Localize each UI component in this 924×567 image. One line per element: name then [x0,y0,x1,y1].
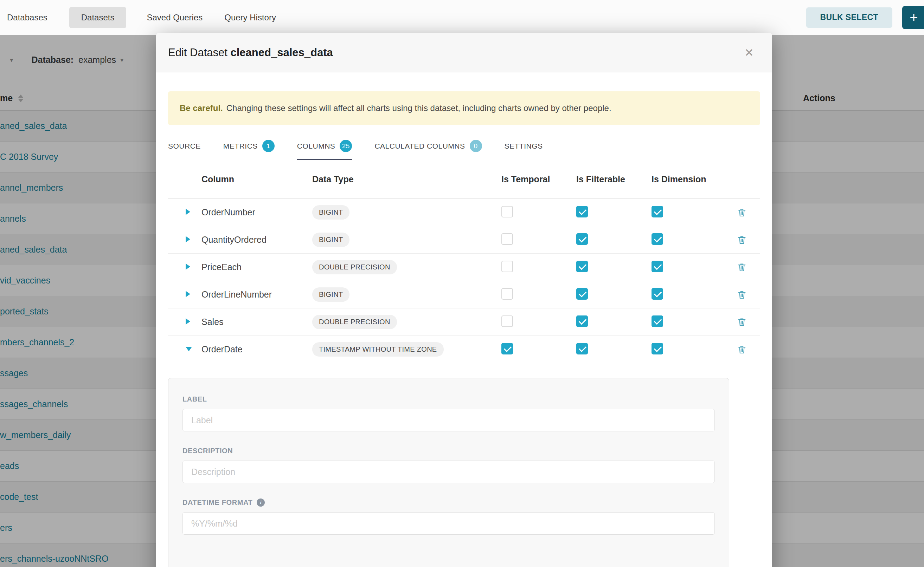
datetime-format-field-label: DATETIME FORMAT [182,498,253,507]
expand-caret-icon[interactable] [186,291,190,297]
column-name: OrderLineNumber [202,290,312,300]
is-temporal-checkbox[interactable] [501,288,513,300]
column-row: QuantityOrdered BIGINT [168,226,760,254]
column-detail-panel: LABEL DESCRIPTION DATETIME FORMATi [168,378,729,567]
column-name: Sales [202,317,312,327]
is-temporal-checkbox[interactable] [501,206,513,218]
column-header: Column [202,174,312,184]
add-dataset-button[interactable]: + [902,6,924,29]
tab-source[interactable]: SOURCE [168,140,201,160]
is-filterable-header: Is Filterable [576,174,652,184]
is-temporal-checkbox[interactable] [501,343,513,354]
is-filterable-checkbox[interactable] [576,261,588,272]
data-type-pill: DOUBLE PRECISION [312,315,397,329]
tab-label: SETTINGS [504,142,543,150]
tab-label: METRICS [223,142,258,150]
is-temporal-checkbox[interactable] [501,233,513,245]
data-type-pill: BIGINT [312,232,349,247]
close-icon[interactable]: ✕ [744,47,754,58]
is-temporal-header: Is Temporal [501,174,576,184]
data-type-pill: TIMESTAMP WITHOUT TIME ZONE [312,342,444,357]
expand-caret-icon[interactable] [186,208,190,215]
is-filterable-checkbox[interactable] [576,206,588,218]
delete-column-button[interactable] [737,207,760,218]
column-name: PriceEach [202,262,312,272]
bulk-select-button[interactable]: BULK SELECT [806,8,892,28]
modal-title-dataset-name: cleaned_sales_data [231,46,333,58]
is-dimension-checkbox[interactable] [652,206,663,218]
is-dimension-checkbox[interactable] [652,261,663,272]
columns-table: Column Data Type Is Temporal Is Filterab… [168,160,760,567]
datetime-format-field-group: DATETIME FORMATi [182,498,715,535]
data-type-pill: BIGINT [312,287,349,302]
modal-title: Edit Dataset cleaned_sales_data [168,46,333,59]
delete-column-button[interactable] [737,290,760,300]
data-type-pill: BIGINT [312,205,349,220]
description-field-label: DESCRIPTION [182,447,715,455]
nav-item-saved-queries[interactable]: Saved Queries [147,7,203,28]
is-temporal-checkbox[interactable] [501,315,513,327]
columns-count-badge: 25 [340,140,352,152]
nav-item-databases[interactable]: Databases [7,7,47,28]
nav-actions: BULK SELECT + [806,6,924,29]
expand-caret-icon[interactable] [186,318,190,325]
trash-icon [737,207,747,218]
metrics-count-badge: 1 [262,140,275,152]
nav-item-query-history[interactable]: Query History [224,7,276,28]
modal-header: Edit Dataset cleaned_sales_data ✕ [156,33,772,72]
expand-caret-icon[interactable] [186,236,190,242]
tab-label: SOURCE [168,142,201,150]
delete-column-button[interactable] [737,317,760,327]
nav-menu: Databases Datasets Saved Queries Query H… [7,7,298,28]
warning-banner-text: Changing these settings will affect all … [226,103,611,113]
warning-banner-bold: Be careful. [180,103,223,113]
label-input[interactable] [182,409,715,431]
tab-settings[interactable]: SETTINGS [504,140,543,160]
is-dimension-checkbox[interactable] [652,343,663,354]
modal-title-prefix: Edit Dataset [168,46,227,58]
column-row: Sales DOUBLE PRECISION [168,309,760,336]
is-dimension-checkbox[interactable] [652,288,663,300]
label-field-label: LABEL [182,395,715,403]
nav-item-datasets[interactable]: Datasets [69,7,126,28]
label-field-group: LABEL [182,395,715,431]
data-type-pill: DOUBLE PRECISION [312,260,397,274]
warning-banner: Be careful. Changing these settings will… [168,92,760,125]
tab-metrics[interactable]: METRICS1 [223,140,275,160]
tab-calculated-columns[interactable]: CALCULATED COLUMNS0 [375,140,482,160]
datetime-format-input[interactable] [182,512,715,535]
is-temporal-checkbox[interactable] [501,261,513,272]
trash-icon [737,235,747,245]
column-row: OrderDate TIMESTAMP WITHOUT TIME ZONE [168,336,760,363]
calculated-columns-count-badge: 0 [470,140,482,152]
delete-column-button[interactable] [737,235,760,245]
column-name: OrderDate [202,344,312,354]
is-dimension-checkbox[interactable] [652,233,663,245]
trash-icon [737,262,747,273]
trash-icon [737,317,747,327]
data-type-header: Data Type [312,174,501,184]
is-filterable-checkbox[interactable] [576,233,588,245]
trash-icon [737,290,747,300]
trash-icon [737,344,747,355]
column-name: OrderNumber [202,207,312,218]
collapse-caret-icon[interactable] [186,347,192,351]
description-input[interactable] [182,460,715,483]
is-dimension-checkbox[interactable] [652,315,663,327]
is-filterable-checkbox[interactable] [576,343,588,354]
tab-label: CALCULATED COLUMNS [375,142,465,150]
column-row: OrderLineNumber BIGINT [168,281,760,309]
info-icon[interactable]: i [257,498,265,507]
delete-column-button[interactable] [737,344,760,355]
modal-body: Be careful. Changing these settings will… [156,92,772,567]
delete-column-button[interactable] [737,262,760,273]
edit-dataset-modal: Edit Dataset cleaned_sales_data ✕ Be car… [156,33,772,567]
is-filterable-checkbox[interactable] [576,315,588,327]
column-row: PriceEach DOUBLE PRECISION [168,254,760,281]
column-name: QuantityOrdered [202,235,312,245]
tab-columns[interactable]: COLUMNS25 [297,140,352,160]
expand-caret-icon[interactable] [186,264,190,270]
columns-table-header: Column Data Type Is Temporal Is Filterab… [168,160,760,199]
is-filterable-checkbox[interactable] [576,288,588,300]
tab-bar: SOURCE METRICS1 COLUMNS25 CALCULATED COL… [168,140,760,160]
